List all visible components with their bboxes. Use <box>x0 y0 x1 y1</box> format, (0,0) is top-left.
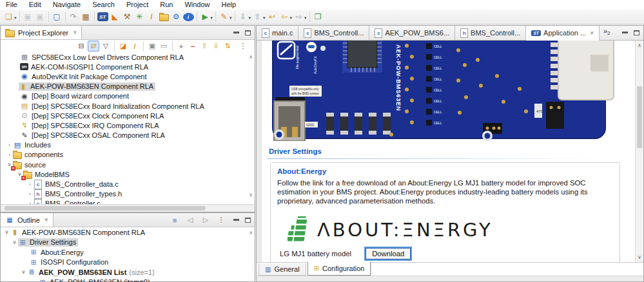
tree-item[interactable]: ∨ × ModelBMS <box>1 169 255 179</box>
vertical-scrollbar[interactable]: ∧ ∨ <box>635 41 643 262</box>
import-folder-icon[interactable] <box>159 12 170 23</box>
tab-application-active[interactable]: ST Application ... × <box>526 26 600 41</box>
close-icon[interactable]: × <box>73 29 77 36</box>
annotate-dropdown-icon[interactable]: ▾ <box>229 14 232 21</box>
pin-editor-icon[interactable]: ❐ <box>313 12 324 23</box>
tab-outline[interactable]: ▦ Outline × <box>1 213 54 227</box>
collapse-icon[interactable]: ∨ <box>11 240 18 245</box>
tree-item[interactable]: ▦ SPC58ECxx Low Level Drivers Component … <box>1 52 255 62</box>
tree-item[interactable]: ⊞ ISOSPI Configuration <box>1 258 255 268</box>
menu-window[interactable]: Window <box>179 0 215 10</box>
menu-run[interactable]: Run <box>154 0 179 10</box>
tree-item[interactable]: ✎ [Dep] SPC58ECxx OSAL Component RLA <box>1 131 255 140</box>
tab-aek-pow-bms[interactable]: c AEK_POW_BMS6... <box>369 26 455 40</box>
expand-icon[interactable]: › <box>26 182 34 187</box>
tab-main-c[interactable]: c main.c <box>257 26 298 40</box>
open-perspective-icon[interactable]: ▢ <box>52 12 63 23</box>
expand-icon[interactable]: › <box>6 142 13 148</box>
generate-code-icon[interactable]: ◣ <box>110 12 121 23</box>
clean-broom-icon[interactable]: / <box>146 12 157 23</box>
outline-forward-icon[interactable]: ▷ <box>200 215 211 225</box>
add-component-icon[interactable]: + <box>176 41 186 51</box>
scroll-up-icon[interactable]: ∧ <box>249 54 253 60</box>
tab-general[interactable]: ▥ General <box>259 263 306 276</box>
back-dropdown-icon[interactable]: ▾ <box>290 14 293 21</box>
outline-back-icon[interactable]: ◁ <box>185 215 195 225</box>
tree-item[interactable]: ⊙ [Dep] SPC58ECxx Clock Component RLA <box>1 111 255 120</box>
load-config-icon[interactable]: ▭ <box>159 41 169 51</box>
menu-search[interactable]: Search <box>86 0 121 10</box>
save-all-icon[interactable]: ▣ <box>35 12 46 23</box>
prev-annotation-icon[interactable]: ⇧ <box>252 12 263 23</box>
prev-annotation-dropdown-icon[interactable]: ▾ <box>263 14 266 21</box>
tree-item[interactable]: ∨ ≣ AEK_POW_BMS63EN List (size=1) <box>1 267 255 277</box>
minimize-icon[interactable] <box>233 32 239 33</box>
scroll-up-icon[interactable]: ∧ <box>249 230 253 236</box>
filter-icon[interactable]: ▽ <box>101 41 111 51</box>
info-icon[interactable]: i <box>183 13 194 21</box>
forward-dropdown-icon[interactable]: ▾ <box>304 14 307 21</box>
save-icon[interactable]: ▣ <box>23 12 34 23</box>
next-annotation-dropdown-icon[interactable]: ▾ <box>249 14 251 21</box>
settings-gear-icon[interactable]: ⚙ <box>171 12 182 23</box>
menu-navigate[interactable]: Navigate <box>47 0 86 10</box>
collapse-icon[interactable]: ∨ <box>20 269 27 275</box>
horizontal-scrollbar[interactable] <box>1 204 255 212</box>
broom-icon[interactable]: / <box>130 41 140 51</box>
outline-sort-icon[interactable]: ≡ <box>170 215 180 225</box>
menu-project[interactable]: Project <box>121 0 154 10</box>
menu-edit[interactable]: Edit <box>23 0 47 10</box>
collapse-all-icon[interactable]: ⊟ <box>76 41 86 51</box>
scroll-up-icon[interactable]: ∧ <box>636 42 643 48</box>
sync-icon[interactable]: ⇅ <box>222 41 233 51</box>
close-icon[interactable]: × <box>44 216 48 223</box>
run-dropdown-icon[interactable]: ▾ <box>211 14 213 21</box>
expand-icon[interactable]: › <box>6 152 13 158</box>
outline-view-menu-icon[interactable]: ⋮ <box>216 215 226 225</box>
tree-item[interactable]: ◉ AutoDevKit Init Package Component <box>1 71 255 81</box>
scrollbar-thumb[interactable] <box>5 206 206 211</box>
collapse-icon[interactable]: ∨ <box>3 229 10 235</box>
maximize-icon[interactable] <box>245 30 251 35</box>
save-config-icon[interactable]: ▣ <box>147 41 157 51</box>
tree-item[interactable]: ∨ ▮ AEK-POW-BMS63EN Component RLA <box>1 227 255 238</box>
expand-icon[interactable]: › <box>26 191 34 197</box>
tree-item[interactable]: ▤ [Dep] SPC58ECxx Board Initialization C… <box>1 101 255 111</box>
debug-icon[interactable]: ✳ <box>134 12 145 23</box>
build-hammer-icon[interactable]: ⚒ <box>122 12 133 23</box>
last-edit-location-icon[interactable]: ↩ <box>267 12 278 23</box>
pin-table-icon[interactable]: ▦ <box>81 12 92 23</box>
tab-bms-controller-c[interactable]: c BMS_Controll... <box>298 26 369 40</box>
tab-bms-controller-h[interactable]: h BMS_Controll... <box>455 26 526 40</box>
move-down-icon[interactable]: ⇩ <box>211 41 221 51</box>
minimize-icon[interactable] <box>622 32 628 33</box>
tree-item[interactable]: ⊞ AEK_POW_BMS63EN (item=0) <box>1 277 255 282</box>
tree-item-selected[interactable]: ∨ ⊞ Driver Settings <box>1 238 255 248</box>
scrollbar-thumb[interactable] <box>637 86 642 148</box>
back-icon[interactable]: ⇦ <box>279 12 290 23</box>
move-up-icon[interactable]: ⇧ <box>199 41 210 51</box>
view-menu-icon[interactable]: ⋮ <box>238 41 248 51</box>
skip-breakpoints-icon[interactable]: ↷ <box>68 12 79 23</box>
tab-configuration[interactable]: ⊞ Configuration <box>307 261 371 276</box>
menu-file[interactable]: File <box>0 0 23 10</box>
tree-item[interactable]: ⊞ About:Energy <box>1 247 255 258</box>
tab-project-explorer[interactable]: Project Explorer × <box>1 26 82 39</box>
tree-item-selected[interactable]: ▮ AEK-POW-BMS63EN Component RLA <box>1 82 255 91</box>
link-with-editor-icon[interactable]: ⇄ <box>88 41 99 52</box>
tree-item[interactable]: › h BMS_Controller_types.h <box>1 189 255 199</box>
spc5studio-icon[interactable]: ST <box>97 12 108 21</box>
maximize-icon[interactable] <box>245 218 251 223</box>
annotate-pen-icon[interactable]: ✎ <box>219 12 229 23</box>
maximize-icon[interactable] <box>634 30 639 35</box>
tree-item[interactable]: › components <box>1 150 255 160</box>
tree-item[interactable]: ∨ × source <box>1 160 255 169</box>
next-annotation-icon[interactable]: ⇩ <box>238 12 249 23</box>
generate-tag-icon[interactable]: ◪ <box>118 41 128 51</box>
forward-icon[interactable]: ⇨ <box>293 12 304 23</box>
tree-item[interactable]: › ▤ Includes <box>1 140 255 150</box>
tree-item[interactable]: › c BMS_Controller_data.c <box>1 179 255 189</box>
remove-component-icon[interactable]: − <box>188 41 198 51</box>
tree-item[interactable]: SPI AEK-COM-ISOSPI1 Component RLA <box>1 62 255 71</box>
download-button[interactable]: Download <box>366 248 411 259</box>
